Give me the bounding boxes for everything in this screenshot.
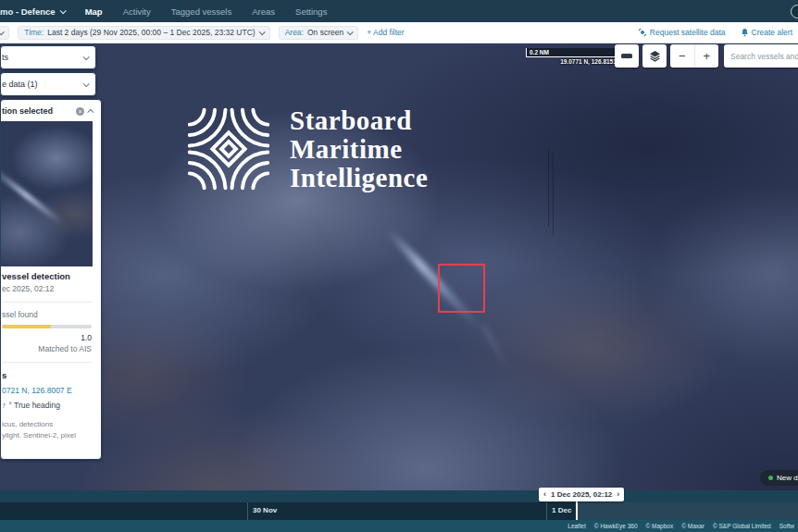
- detection-source-line1: icus, detections: [2, 419, 92, 430]
- sidebar-panel-alerts-label: ts: [2, 53, 8, 62]
- tab-tagged-vessels[interactable]: Tagged vessels: [171, 1, 231, 22]
- area-filter-label: Area:: [285, 28, 304, 37]
- filter-bar: ctivity Time: Last 2 days (29 Nov 2025, …: [0, 22, 798, 43]
- layers-button[interactable]: [642, 44, 667, 68]
- watermark-line1: Starboard: [290, 106, 428, 135]
- zoom-in-button[interactable]: +: [695, 44, 719, 68]
- nav-tabs: Map Activity Tagged vessels Areas Settin…: [85, 1, 328, 22]
- true-heading-row: ↑ ° True heading: [2, 401, 92, 410]
- timeline-tick-30nov: 30 Nov: [253, 506, 277, 514]
- filter-chips: ctivity Time: Last 2 days (29 Nov 2025, …: [0, 26, 405, 40]
- time-filter-value: Last 2 days (29 Nov 2025, 00:00 – 1 Dec …: [47, 28, 255, 37]
- starboard-logo-icon: [188, 105, 269, 193]
- attribution-sp-global[interactable]: © S&P Global Limited: [713, 523, 771, 529]
- left-sidebar: ts e data (1) tion selected × vessel det…: [0, 45, 102, 463]
- starboard-watermark: Starboard Maritime Intelligence: [188, 105, 428, 193]
- request-satellite-data-label: Request satellite data: [650, 28, 726, 37]
- attribution-leaflet[interactable]: Leaflet: [567, 523, 586, 529]
- chevron-down-icon: [83, 80, 90, 87]
- match-score-bar: [2, 325, 92, 328]
- detection-source-line2: ylight. Sentinel-2, pixel: [2, 430, 92, 441]
- vessel-streak: [1, 167, 63, 225]
- chevron-down-icon: [59, 7, 66, 14]
- top-navigation-bar: mo - Defence Map Activity Tagged vessels…: [0, 0, 798, 22]
- measure-tool-button[interactable]: [615, 44, 639, 68]
- zoom-control: − +: [670, 44, 718, 68]
- new-detections-label: New d: [777, 474, 798, 482]
- timeline-bar: 30 Nov 1 Dec 1 Dec 2025, 02:12: [0, 490, 798, 520]
- activity-filter-dropdown[interactable]: ctivity: [0, 26, 9, 40]
- divider: [2, 302, 92, 303]
- time-filter-label: Time:: [24, 28, 44, 37]
- zoom-out-button[interactable]: −: [670, 44, 695, 68]
- details-heading: s: [2, 370, 92, 380]
- bell-icon: [741, 28, 749, 37]
- match-score-value: 1.0: [2, 333, 92, 342]
- selected-detection-box[interactable]: [438, 264, 485, 313]
- timeline-tick-line: [247, 502, 248, 520]
- timeline-tick-line: [546, 502, 547, 520]
- detection-position-link[interactable]: 0721 N, 126.8007 E: [2, 386, 92, 395]
- chevron-up-icon: [87, 108, 94, 115]
- attribution-mapbox[interactable]: © Mapbox: [646, 523, 674, 529]
- add-filter-button[interactable]: + Add filter: [367, 28, 404, 37]
- heading-arrow-icon: ↑: [1, 401, 6, 411]
- sidebar-panel-alerts[interactable]: ts: [0, 45, 96, 69]
- detection-title: vessel detection: [2, 271, 92, 281]
- watermark-line2: Maritime: [290, 135, 428, 164]
- map-scale-label: 0.2 NM: [527, 48, 621, 56]
- divider: [2, 362, 92, 363]
- current-time-label: 1 Dec 2025, 02:12: [551, 490, 612, 499]
- chevron-down-icon: [347, 29, 354, 35]
- tab-areas[interactable]: Areas: [252, 1, 275, 22]
- attribution-maxar[interactable]: © Maxar: [681, 523, 704, 529]
- chevron-down-icon: [83, 54, 90, 60]
- area-filter-value: On screen: [307, 28, 343, 37]
- imagery-seam-line: [548, 148, 549, 227]
- create-alert-button[interactable]: Create alert: [741, 28, 792, 37]
- watermark-line3: Intelligence: [290, 164, 428, 192]
- detection-details-panel: tion selected × vessel detection ec 2025…: [0, 99, 102, 460]
- cursor-coordinates: 19.0771 N, 126.8151 E: [526, 58, 622, 65]
- match-score-caption: Matched to AIS: [2, 344, 92, 353]
- next-time-arrow[interactable]: [617, 490, 619, 499]
- time-filter-dropdown[interactable]: Time: Last 2 days (29 Nov 2025, 00:00 – …: [18, 26, 269, 40]
- green-dot-icon: [768, 476, 773, 480]
- timeline-tick-1dec: 1 Dec: [552, 506, 571, 514]
- search-input[interactable]: [724, 44, 798, 68]
- org-label: mo - Defence: [0, 6, 56, 17]
- map-canvas[interactable]: Starboard Maritime Intelligence: [0, 43, 798, 532]
- attribution-software[interactable]: Softw: [779, 523, 794, 529]
- previous-time-arrow[interactable]: [543, 490, 546, 499]
- create-alert-label: Create alert: [752, 28, 792, 37]
- detection-timestamp: ec 2025, 02:12: [2, 284, 92, 293]
- layers-icon: [649, 50, 661, 62]
- detection-thumbnail: [1, 121, 93, 266]
- chevron-down-icon: [258, 29, 265, 35]
- satellite-icon: [638, 28, 647, 37]
- tab-settings[interactable]: Settings: [295, 1, 327, 22]
- match-score-fill: [2, 325, 51, 328]
- measure-icon: [621, 54, 632, 58]
- request-satellite-data-button[interactable]: Request satellite data: [638, 28, 726, 37]
- timeline-future-region: [578, 502, 798, 520]
- filter-bar-actions: Request satellite data Create alert: [638, 22, 798, 43]
- chevron-down-icon: [0, 29, 5, 35]
- imagery-seam-line: [553, 153, 554, 236]
- selection-header[interactable]: tion selected ×: [1, 100, 101, 121]
- tab-activity[interactable]: Activity: [123, 1, 151, 22]
- sidebar-panel-satellite-data[interactable]: e data (1): [0, 72, 96, 96]
- account-avatar[interactable]: [791, 5, 798, 19]
- attribution-hawkeye[interactable]: © HawkEye 360: [594, 523, 638, 529]
- area-filter-dropdown[interactable]: Area: On screen: [279, 26, 359, 40]
- map-attribution: Leaflet © HawkEye 360 © Mapbox © Maxar ©…: [0, 520, 798, 532]
- cloud-wisp: [480, 322, 511, 371]
- match-score-label: ssel found: [2, 310, 92, 319]
- selection-header-label: tion selected: [2, 106, 53, 116]
- tab-map[interactable]: Map: [85, 1, 103, 22]
- app-window: Starboard Maritime Intelligence 0.2 NM 1…: [0, 0, 798, 532]
- true-heading-text: ° True heading: [9, 401, 60, 410]
- new-detections-button[interactable]: New d: [760, 470, 798, 486]
- org-switcher[interactable]: mo - Defence: [0, 6, 65, 17]
- clear-selection-icon[interactable]: ×: [76, 107, 84, 116]
